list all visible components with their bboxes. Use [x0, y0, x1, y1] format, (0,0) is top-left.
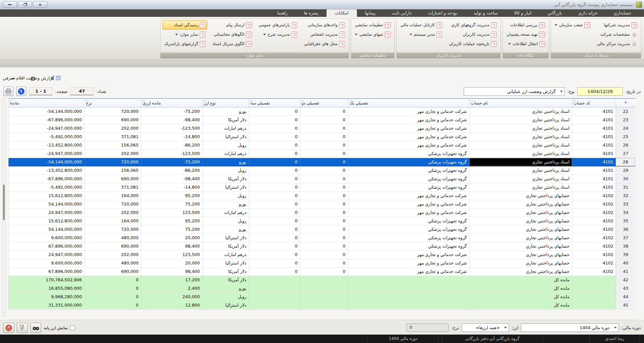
menu-tab[interactable]: پيمانها — [357, 9, 384, 17]
table-row[interactable]: 414102حسابهاي پرداختني تجاريشرکت خدماتي … — [8, 268, 635, 276]
ribbon-button[interactable]: تاريخچه عمليات کاربران — [447, 39, 498, 49]
table-row[interactable]: 384102حسابهاي پرداختني تجاريگروه تجهيزات… — [8, 242, 635, 251]
cell: -98,400 — [141, 116, 202, 124]
fiscal-period-select[interactable]: دوره مالي 1404 — [521, 323, 619, 332]
ribbon-button[interactable]: مديريت گروههاي کاري — [447, 20, 498, 30]
currency-select[interactable]: <همه ارزها> — [462, 323, 509, 332]
ribbon-button[interactable]: تنظيمات نمايشي — [353, 20, 392, 30]
menu-tab[interactable]: امکانات — [327, 9, 357, 17]
report-minimize-button[interactable] — [8, 74, 18, 83]
ribbon-column: واحدهاي سازمانيمديريت اشخاصمحل هاي جغراف… — [302, 20, 347, 49]
send-message-icon — [246, 22, 252, 28]
column-header[interactable]: تفصيلي سه — [249, 99, 300, 107]
table-row[interactable]: 374102حسابهاي پرداختني تجاريگروه تجهيزات… — [8, 234, 635, 242]
table-row[interactable]: 44مانده کلروبل240,00009,968,280,000 — [8, 293, 635, 301]
show-base-currency-checkbox[interactable]: نمايش ارز پايه — [44, 325, 75, 330]
column-header[interactable]: نوع ارز — [202, 99, 249, 107]
menu-tab[interactable]: پنجره ها — [296, 9, 327, 17]
table-row[interactable]: 274101اسناد پرداختني تجاريگروه تجهيزات پ… — [8, 150, 635, 158]
ribbon-button[interactable]: ⌂مديريت مراکز مالي — [595, 39, 639, 49]
table-row[interactable]: 364102حسابهاي پرداختني تجاريگروه تجهيزات… — [8, 225, 635, 234]
minimize-button[interactable] — [3, 1, 17, 8]
ribbon-button[interactable]: الگوي سريال اسناد — [211, 39, 253, 49]
ribbon-button[interactable]: الگوهاي محاسباتي — [211, 30, 253, 39]
ribbon-button[interactable]: گزارشهاي پارامتريک — [162, 39, 207, 49]
cell: روبل — [202, 141, 249, 149]
menu-tab[interactable]: خزانه داري — [570, 9, 606, 17]
ribbon-button[interactable]: مديريت شرکتها — [595, 20, 639, 30]
ribbon-button[interactable]: واحدهاي سازماني — [302, 20, 347, 30]
ribbon-button[interactable]: ⌂مشخصات شرکت — [595, 30, 639, 39]
menu-tab[interactable]: انبار و کالا — [506, 9, 539, 17]
ribbon-button[interactable]: ساير موارد — [162, 30, 207, 39]
table-row[interactable]: 244101اسناد پرداختني تجاريشرکت خدماتي و … — [8, 124, 635, 133]
ribbon-button[interactable]: تمهاي نمايشي — [353, 30, 392, 39]
report-maximize-button[interactable] — [28, 74, 37, 83]
cell: 0 — [300, 175, 348, 183]
date-field[interactable]: 1404/12/29 — [577, 87, 623, 96]
ribbon-button[interactable]: انتقال اطلاعات — [505, 39, 547, 49]
ribbon-button[interactable]: محل هاي جغرافيايي — [302, 39, 347, 49]
ribbon-button[interactable]: مديريت کاربران — [447, 30, 498, 39]
column-header[interactable]: تفصيلي دو — [300, 99, 348, 107]
stop-button[interactable] — [3, 323, 14, 333]
column-header[interactable]: * — [616, 99, 635, 107]
menu-tab[interactable]: راهنما — [269, 9, 296, 17]
table-row[interactable]: 314101اسناد پرداختني تجاريگروه تجهيزات پ… — [8, 183, 635, 192]
ribbon-button[interactable]: شعب سازمان — [553, 20, 592, 30]
table-row[interactable]: 404102حسابهاي پرداختني تجاريشرکت خدماتي … — [8, 259, 635, 268]
column-header[interactable]: کد حساب — [572, 99, 616, 107]
table-row[interactable]: 264101اسناد پرداختني تجاريشرکت خدماتي و … — [8, 141, 635, 150]
ribbon-button[interactable]: مديريت شرح — [257, 30, 299, 39]
filter-button[interactable] — [17, 323, 28, 333]
table-row[interactable]: 254101اسناد پرداختني تجاريشرکت خدماتي و … — [8, 133, 635, 141]
report-close-button[interactable]: × — [48, 74, 57, 83]
report-type-select[interactable]: گزارش وضعيت ارز عملياتي — [464, 87, 565, 96]
ribbon-button[interactable]: تهيه نسخه پشتيبان — [505, 30, 547, 39]
menu-tab[interactable]: حسابداري — [606, 9, 639, 17]
ribbon-button[interactable]: ارسال پيام — [211, 20, 253, 30]
column-header[interactable]: تفصيلي يک — [348, 99, 469, 107]
table-row[interactable]: 294101اسناد پرداختني تجاريگروه تجهيزات پ… — [8, 166, 635, 175]
ribbon-button[interactable]: بررسي اطلاعات — [505, 20, 547, 30]
column-header[interactable]: مانده — [8, 99, 84, 107]
ribbon-button-label: تنظيمات نمايشي — [355, 23, 383, 27]
row-number-cell: 33 — [616, 200, 635, 208]
table-row[interactable]: 224101اسناد پرداختني تجاريشرکت خدماتي و … — [8, 107, 635, 116]
table-row[interactable]: 344102حسابهاي پرداختني تجاريشرکت خدماتي … — [8, 209, 635, 217]
column-header[interactable]: مانده ارزي — [141, 99, 202, 107]
print-button[interactable] — [3, 87, 13, 96]
restore-button[interactable] — [18, 1, 32, 8]
search-button[interactable]: € — [30, 323, 41, 333]
menu-tab[interactable]: ساخت و توليد — [465, 9, 506, 17]
menu-tab[interactable]: دارايي ثابت — [384, 9, 420, 17]
cell: شرکت خدماتي و تجاري مهر — [348, 200, 469, 208]
ribbon-button[interactable]: رسيدگي اسناد — [162, 20, 207, 30]
ribbon-button-label: مديريت شرح — [268, 32, 290, 37]
rate-field[interactable]: 0 — [406, 323, 449, 332]
table-row[interactable]: 284101اسناد پرداختني تجاريگروه تجهيزات پ… — [8, 158, 635, 166]
menu-tab[interactable]: بازرگاني — [540, 9, 570, 17]
column-header[interactable]: نام حساب — [469, 99, 572, 107]
table-row[interactable]: 334102حسابهاي پرداختني تجاريشرکت خدماتي … — [8, 200, 635, 209]
ribbon-button[interactable]: مديريت اشخاص — [302, 30, 347, 39]
table-row[interactable]: 354102حسابهاي پرداختني تجاريگروه تجهيزات… — [8, 217, 635, 225]
ribbon-group: بررسي اطلاعاتتهيه نسخه پشتيبانانتقال اطل… — [502, 18, 549, 59]
ribbon-button[interactable]: مدير سيستم — [399, 30, 444, 39]
table-row[interactable]: 45مانده کلدلار استراليا12,800031,331,000… — [8, 301, 635, 310]
vertical-scrollbar[interactable] — [2, 98, 6, 317]
table-row[interactable]: 42مانده کلدلار آمريکا17,2000170,764,502,… — [8, 276, 635, 284]
menu-tab[interactable]: بودجه و اعتبارات — [420, 9, 465, 17]
column-header[interactable]: نرخ — [84, 99, 141, 107]
help-button[interactable]: ? — [16, 87, 26, 96]
table-row[interactable]: 394102حسابهاي پرداختني تجاريشرکت خدماتي … — [8, 251, 635, 259]
vertical-scrollbar-thumb[interactable] — [3, 185, 5, 220]
ribbon-column: ارسال پيامالگوهاي محاسباتيالگوي سريال اس… — [211, 20, 253, 49]
table-row[interactable]: 324102حسابهاي پرداختني تجاريشرکت خدماتي … — [8, 192, 635, 200]
table-row[interactable]: 304101اسناد پرداختني تجاريگروه تجهيزات پ… — [8, 175, 635, 183]
table-row[interactable]: 234101اسناد پرداختني تجاريشرکت خدماتي و … — [8, 116, 635, 124]
table-row[interactable]: 43مانده کليورو2,400016,855,080,000 — [8, 284, 635, 293]
ribbon-button[interactable]: پارامترهاي عمومي — [257, 20, 299, 30]
close-button[interactable]: × — [33, 1, 47, 8]
ribbon-button[interactable]: کارتابل عمليات مالي — [399, 20, 444, 30]
